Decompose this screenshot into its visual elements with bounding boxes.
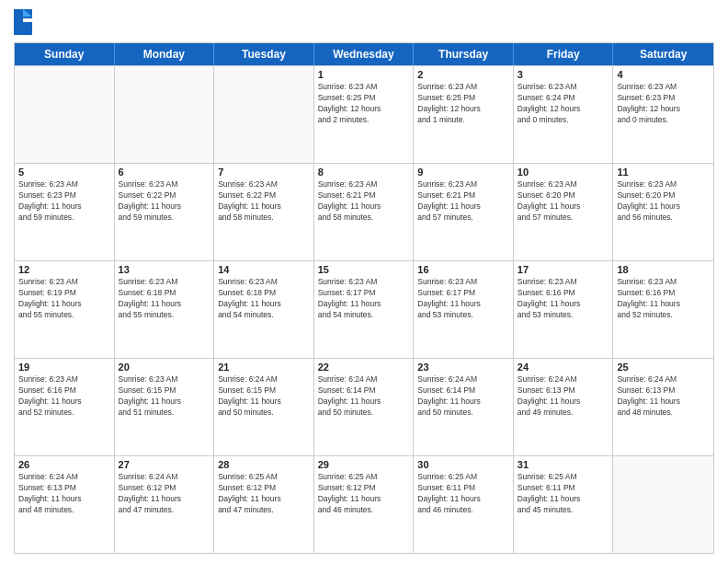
calendar-cell: 18Sunrise: 6:23 AMSunset: 6:16 PMDayligh…: [613, 261, 713, 358]
logo: [14, 9, 36, 35]
day-number: 19: [18, 362, 110, 373]
calendar-cell: [115, 66, 215, 163]
day-number: 25: [617, 362, 710, 373]
day-info: Sunrise: 6:23 AMSunset: 6:23 PMDaylight:…: [617, 82, 710, 126]
calendar-cell: 12Sunrise: 6:23 AMSunset: 6:19 PMDayligh…: [15, 261, 115, 358]
day-info: Sunrise: 6:23 AMSunset: 6:16 PMDaylight:…: [617, 277, 710, 321]
weekday-header-friday: Friday: [514, 43, 614, 65]
weekday-header-sunday: Sunday: [15, 43, 115, 65]
calendar-row-1: 5Sunrise: 6:23 AMSunset: 6:23 PMDaylight…: [15, 163, 713, 260]
calendar-cell: [15, 66, 115, 163]
calendar-cell: 15Sunrise: 6:23 AMSunset: 6:17 PMDayligh…: [314, 261, 415, 358]
day-number: 5: [18, 167, 110, 178]
day-number: 8: [318, 167, 410, 178]
logo-icon: [14, 9, 32, 35]
calendar-cell: 16Sunrise: 6:23 AMSunset: 6:17 PMDayligh…: [414, 261, 514, 358]
page: SundayMondayTuesdayWednesdayThursdayFrid…: [0, 0, 728, 563]
calendar-cell: 11Sunrise: 6:23 AMSunset: 6:20 PMDayligh…: [613, 164, 713, 260]
calendar-cell: [613, 456, 713, 553]
day-info: Sunrise: 6:23 AMSunset: 6:22 PMDaylight:…: [218, 179, 310, 224]
calendar-cell: 22Sunrise: 6:24 AMSunset: 6:14 PMDayligh…: [314, 359, 415, 455]
calendar-cell: 1Sunrise: 6:23 AMSunset: 6:25 PMDaylight…: [314, 66, 415, 163]
day-info: Sunrise: 6:24 AMSunset: 6:15 PMDaylight:…: [218, 374, 310, 419]
calendar-cell: 13Sunrise: 6:23 AMSunset: 6:18 PMDayligh…: [115, 261, 215, 358]
calendar-body: 1Sunrise: 6:23 AMSunset: 6:25 PMDaylight…: [15, 65, 713, 553]
day-info: Sunrise: 6:25 AMSunset: 6:11 PMDaylight:…: [518, 472, 609, 516]
day-info: Sunrise: 6:23 AMSunset: 6:23 PMDaylight:…: [18, 179, 110, 224]
day-number: 7: [218, 167, 310, 178]
calendar-cell: 21Sunrise: 6:24 AMSunset: 6:15 PMDayligh…: [214, 359, 314, 455]
calendar-cell: 25Sunrise: 6:24 AMSunset: 6:13 PMDayligh…: [613, 359, 713, 455]
calendar-row-3: 19Sunrise: 6:23 AMSunset: 6:16 PMDayligh…: [15, 358, 713, 455]
calendar-cell: [214, 66, 314, 163]
day-number: 13: [119, 264, 210, 275]
day-info: Sunrise: 6:25 AMSunset: 6:12 PMDaylight:…: [318, 472, 410, 516]
calendar-cell: 23Sunrise: 6:24 AMSunset: 6:14 PMDayligh…: [414, 359, 514, 455]
day-info: Sunrise: 6:23 AMSunset: 6:16 PMDaylight:…: [518, 277, 609, 321]
calendar-cell: 10Sunrise: 6:23 AMSunset: 6:20 PMDayligh…: [514, 164, 614, 260]
day-number: 29: [318, 459, 410, 470]
day-number: 30: [417, 459, 509, 470]
calendar-row-4: 26Sunrise: 6:24 AMSunset: 6:13 PMDayligh…: [15, 455, 713, 553]
day-number: 10: [518, 167, 609, 178]
day-number: 21: [218, 362, 310, 373]
calendar: SundayMondayTuesdayWednesdayThursdayFrid…: [14, 42, 714, 554]
day-info: Sunrise: 6:23 AMSunset: 6:21 PMDaylight:…: [417, 179, 509, 224]
calendar-row-2: 12Sunrise: 6:23 AMSunset: 6:19 PMDayligh…: [15, 260, 713, 358]
day-info: Sunrise: 6:24 AMSunset: 6:13 PMDaylight:…: [518, 374, 609, 419]
day-number: 18: [617, 264, 710, 275]
day-number: 1: [318, 69, 410, 80]
day-number: 9: [417, 167, 509, 178]
calendar-cell: 7Sunrise: 6:23 AMSunset: 6:22 PMDaylight…: [214, 164, 314, 260]
calendar-cell: 17Sunrise: 6:23 AMSunset: 6:16 PMDayligh…: [514, 261, 614, 358]
calendar-cell: 24Sunrise: 6:24 AMSunset: 6:13 PMDayligh…: [514, 359, 614, 455]
day-info: Sunrise: 6:23 AMSunset: 6:22 PMDaylight:…: [119, 179, 210, 224]
calendar-cell: 29Sunrise: 6:25 AMSunset: 6:12 PMDayligh…: [314, 456, 415, 553]
day-info: Sunrise: 6:24 AMSunset: 6:14 PMDaylight:…: [318, 374, 410, 419]
day-number: 22: [318, 362, 410, 373]
day-info: Sunrise: 6:23 AMSunset: 6:25 PMDaylight:…: [417, 82, 509, 126]
day-number: 11: [617, 167, 710, 178]
day-number: 31: [518, 459, 609, 470]
day-info: Sunrise: 6:23 AMSunset: 6:25 PMDaylight:…: [318, 82, 410, 126]
weekday-header-monday: Monday: [115, 43, 215, 65]
calendar-row-0: 1Sunrise: 6:23 AMSunset: 6:25 PMDaylight…: [15, 65, 713, 163]
calendar-cell: 9Sunrise: 6:23 AMSunset: 6:21 PMDaylight…: [414, 164, 514, 260]
day-number: 4: [617, 69, 710, 80]
calendar-cell: 20Sunrise: 6:23 AMSunset: 6:15 PMDayligh…: [115, 359, 215, 455]
weekday-header-tuesday: Tuesday: [214, 43, 314, 65]
day-info: Sunrise: 6:23 AMSunset: 6:21 PMDaylight:…: [318, 179, 410, 224]
day-number: 17: [518, 264, 609, 275]
weekday-header-wednesday: Wednesday: [314, 43, 415, 65]
day-info: Sunrise: 6:23 AMSunset: 6:20 PMDaylight:…: [518, 179, 609, 224]
day-info: Sunrise: 6:23 AMSunset: 6:16 PMDaylight:…: [18, 374, 110, 419]
calendar-cell: 28Sunrise: 6:25 AMSunset: 6:12 PMDayligh…: [214, 456, 314, 553]
calendar-cell: 14Sunrise: 6:23 AMSunset: 6:18 PMDayligh…: [214, 261, 314, 358]
day-info: Sunrise: 6:23 AMSunset: 6:19 PMDaylight:…: [18, 277, 110, 321]
day-info: Sunrise: 6:23 AMSunset: 6:24 PMDaylight:…: [518, 82, 609, 126]
day-number: 12: [18, 264, 110, 275]
day-info: Sunrise: 6:24 AMSunset: 6:13 PMDaylight:…: [617, 374, 710, 419]
day-number: 26: [18, 459, 110, 470]
day-number: 23: [417, 362, 509, 373]
day-number: 6: [119, 167, 210, 178]
day-info: Sunrise: 6:23 AMSunset: 6:15 PMDaylight:…: [119, 374, 210, 419]
calendar-cell: 26Sunrise: 6:24 AMSunset: 6:13 PMDayligh…: [15, 456, 115, 553]
day-info: Sunrise: 6:24 AMSunset: 6:14 PMDaylight:…: [417, 374, 509, 419]
day-number: 27: [119, 459, 210, 470]
day-info: Sunrise: 6:24 AMSunset: 6:13 PMDaylight:…: [18, 472, 110, 516]
weekday-header-thursday: Thursday: [414, 43, 514, 65]
day-info: Sunrise: 6:23 AMSunset: 6:17 PMDaylight:…: [417, 277, 509, 321]
day-number: 2: [417, 69, 509, 80]
day-number: 14: [218, 264, 310, 275]
day-info: Sunrise: 6:23 AMSunset: 6:17 PMDaylight:…: [318, 277, 410, 321]
calendar-cell: 2Sunrise: 6:23 AMSunset: 6:25 PMDaylight…: [414, 66, 514, 163]
calendar-cell: 31Sunrise: 6:25 AMSunset: 6:11 PMDayligh…: [514, 456, 614, 553]
weekday-header-saturday: Saturday: [613, 43, 713, 65]
day-info: Sunrise: 6:25 AMSunset: 6:11 PMDaylight:…: [417, 472, 509, 516]
calendar-header: SundayMondayTuesdayWednesdayThursdayFrid…: [15, 43, 713, 65]
day-info: Sunrise: 6:24 AMSunset: 6:12 PMDaylight:…: [119, 472, 210, 516]
calendar-cell: 27Sunrise: 6:24 AMSunset: 6:12 PMDayligh…: [115, 456, 215, 553]
day-number: 28: [218, 459, 310, 470]
day-info: Sunrise: 6:23 AMSunset: 6:18 PMDaylight:…: [119, 277, 210, 321]
